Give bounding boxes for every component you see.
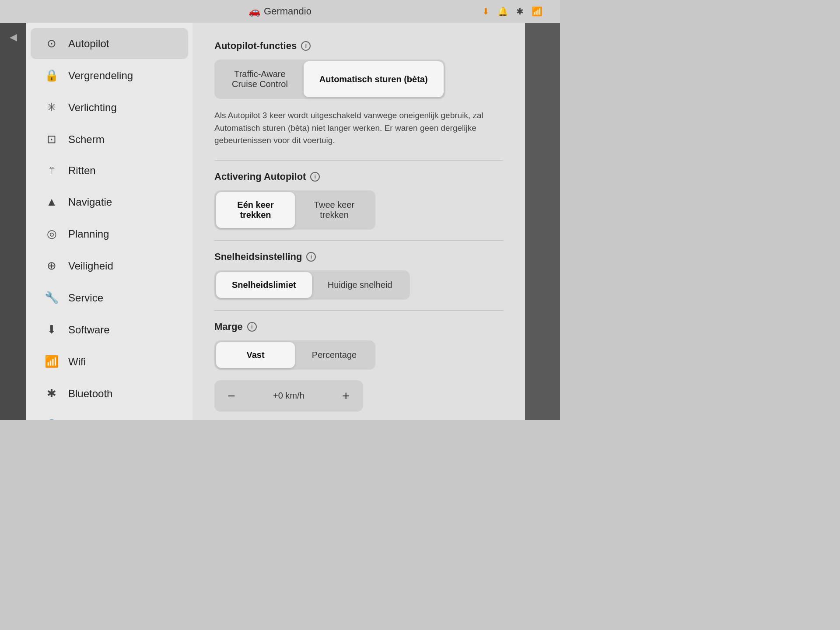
- sidebar-item-verlichting[interactable]: ✳ Verlichting: [31, 92, 188, 123]
- activering-autopilot-label: Activering Autopilot: [214, 171, 306, 182]
- sidebar-item-scherm[interactable]: ⊡ Scherm: [31, 124, 188, 155]
- download-icon: ⬇: [44, 323, 60, 336]
- percentage-btn[interactable]: Percentage: [295, 342, 374, 368]
- sidebar-item-wifi[interactable]: 📶 Wifi: [31, 346, 188, 377]
- snelheidslimiet-btn[interactable]: Snelheidslimiet: [216, 272, 312, 298]
- speed-plus-btn[interactable]: +: [331, 382, 361, 410]
- vast-btn[interactable]: Vast: [216, 342, 295, 368]
- sidebar-label-scherm: Scherm: [68, 133, 105, 146]
- divider-1: [214, 160, 503, 161]
- marge-group: Vast Percentage: [214, 340, 375, 370]
- activering-autopilot-title: Activering Autopilot i: [214, 171, 503, 182]
- traffic-aware-btn[interactable]: Traffic-AwareCruise Control: [216, 61, 304, 97]
- snelheidsinstelling-title: Snelheidsinstelling i: [214, 251, 503, 262]
- divider-3: [214, 310, 503, 311]
- navigation-icon: ▲: [44, 195, 60, 209]
- light-icon: ✳: [44, 101, 60, 114]
- sidebar-label-autopilot: Autopilot: [68, 38, 109, 50]
- marge-info-icon[interactable]: i: [247, 322, 257, 332]
- autopilot-functies-info-icon[interactable]: i: [301, 41, 311, 51]
- status-center-text: Germandio: [264, 6, 312, 17]
- right-edge: [525, 23, 560, 420]
- speed-minus-btn[interactable]: −: [216, 382, 247, 410]
- autopilot-functies-title: Autopilot-functies i: [214, 40, 503, 52]
- lock-icon: 🔒: [44, 69, 60, 82]
- sidebar-item-autopilot[interactable]: ⊙ Autopilot: [31, 28, 188, 59]
- automatisch-sturen-btn[interactable]: Automatisch sturen (bèta): [304, 61, 444, 97]
- status-bar: 🚗 Germandio ⬇ 🔔 ✱ 📶: [0, 0, 560, 23]
- sidebar-label-upgrades: Upgrades: [68, 420, 114, 420]
- een-keer-trekken-btn[interactable]: Eén keertrekken: [216, 192, 295, 228]
- wrench-icon: 🔧: [44, 291, 60, 304]
- snelheidsinstelling-info-icon[interactable]: i: [306, 252, 316, 262]
- bell-icon: 🔔: [497, 6, 508, 17]
- sidebar-label-veiligheid: Veiligheid: [68, 260, 113, 272]
- sidebar-label-planning: Planning: [68, 228, 109, 240]
- sidebar-item-upgrades[interactable]: 🔓 Upgrades: [31, 410, 188, 420]
- status-bar-center: 🚗 Germandio: [248, 6, 312, 17]
- autopilot-functies-label: Autopilot-functies: [214, 40, 297, 52]
- snelheidsinstelling-label: Snelheidsinstelling: [214, 251, 302, 262]
- snelheidsinstelling-group: Snelheidslimiet Huidige snelheid: [214, 270, 410, 300]
- planning-icon: ◎: [44, 227, 60, 241]
- car-icon: 🚗: [248, 6, 260, 17]
- sidebar-label-navigatie: Navigatie: [68, 196, 112, 208]
- autopilot-icon: ⊙: [44, 37, 60, 50]
- bluetooth-icon: ✱: [44, 387, 60, 400]
- screen-icon: ⊡: [44, 133, 60, 146]
- main-container: ◀ ⊙ Autopilot 🔒 Vergrendeling ✳ Verlicht…: [0, 23, 560, 420]
- huidige-snelheid-btn[interactable]: Huidige snelheid: [312, 272, 408, 298]
- safety-icon: ⊕: [44, 259, 60, 273]
- divider-2: [214, 240, 503, 241]
- activering-autopilot-group: Eén keertrekken Twee keertrekken: [214, 190, 375, 230]
- autopilot-description: Als Autopilot 3 keer wordt uitgeschakeld…: [214, 109, 503, 147]
- sidebar-label-software: Software: [68, 324, 110, 336]
- sidebar-label-ritten: Ritten: [68, 164, 96, 177]
- sidebar-item-ritten[interactable]: ⍡ Ritten: [31, 156, 188, 186]
- download-icon: ⬇: [482, 6, 490, 17]
- sidebar-label-bluetooth: Bluetooth: [68, 388, 112, 400]
- sidebar-label-service: Service: [68, 292, 103, 304]
- sidebar-item-planning[interactable]: ◎ Planning: [31, 218, 188, 249]
- signal-icon: 📶: [532, 6, 542, 17]
- sidebar-item-navigatie[interactable]: ▲ Navigatie: [31, 186, 188, 217]
- speed-value: +0 km/h: [247, 383, 331, 409]
- sidebar-item-bluetooth[interactable]: ✱ Bluetooth: [31, 378, 188, 409]
- marge-label: Marge: [214, 321, 243, 332]
- twee-keer-trekken-btn[interactable]: Twee keertrekken: [295, 192, 374, 228]
- activering-autopilot-info-icon[interactable]: i: [310, 172, 320, 182]
- sidebar-item-software[interactable]: ⬇ Software: [31, 314, 188, 345]
- sidebar-label-verlichting: Verlichting: [68, 102, 117, 114]
- sidebar-item-vergrendeling[interactable]: 🔒 Vergrendeling: [31, 60, 188, 91]
- marge-title: Marge i: [214, 321, 503, 332]
- sidebar: ⊙ Autopilot 🔒 Vergrendeling ✳ Verlichtin…: [26, 23, 192, 420]
- upgrades-icon: 🔓: [44, 419, 60, 420]
- ritten-icon: ⍡: [44, 165, 60, 176]
- main-content: Autopilot-functies i Traffic-AwareCruise…: [192, 23, 525, 420]
- sidebar-item-veiligheid[interactable]: ⊕ Veiligheid: [31, 250, 188, 281]
- sidebar-label-wifi: Wifi: [68, 356, 86, 368]
- wifi-icon: 📶: [44, 355, 60, 368]
- autopilot-functies-group: Traffic-AwareCruise Control Automatisch …: [214, 60, 445, 99]
- sidebar-label-vergrendeling: Vergrendeling: [68, 70, 133, 82]
- left-edge: ◀: [0, 23, 26, 420]
- bluetooth-icon: ✱: [516, 6, 524, 17]
- left-edge-arrow: ◀: [10, 32, 17, 43]
- speed-control: − +0 km/h +: [214, 380, 363, 412]
- sidebar-item-service[interactable]: 🔧 Service: [31, 282, 188, 313]
